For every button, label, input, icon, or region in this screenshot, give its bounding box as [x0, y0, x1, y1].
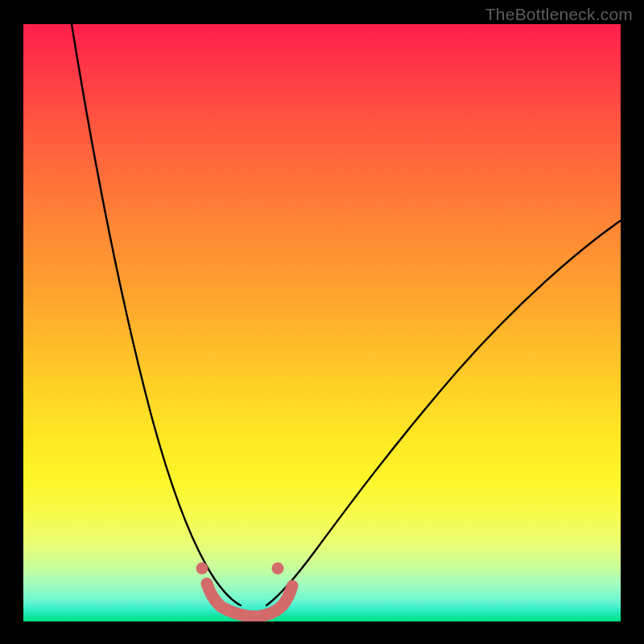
chart-frame: TheBottleneck.com — [0, 0, 644, 644]
left-curve — [72, 24, 241, 605]
plot-area — [23, 24, 621, 621]
chart-svg — [23, 24, 621, 621]
right-end-dot — [272, 563, 284, 575]
right-curve — [266, 221, 621, 605]
watermark-text: TheBottleneck.com — [485, 5, 633, 24]
floor-band — [207, 584, 292, 617]
left-end-dot — [196, 563, 208, 575]
